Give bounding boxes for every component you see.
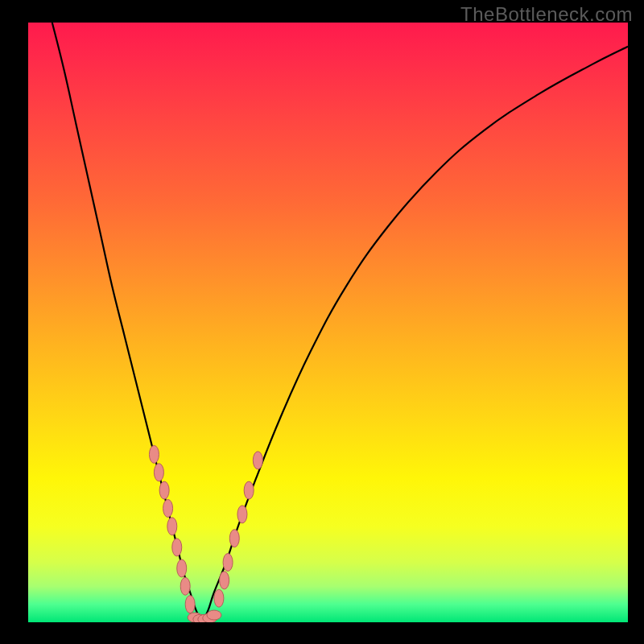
markers-group (149, 445, 262, 622)
marker-right (253, 452, 262, 469)
marker-left (154, 464, 163, 481)
right-curve (202, 47, 628, 622)
plot-area (28, 23, 628, 622)
marker-left (149, 445, 159, 463)
marker-right (229, 530, 239, 547)
marker-left (167, 518, 177, 535)
marker-left (180, 577, 190, 595)
left-curve (52, 23, 202, 622)
marker-left (163, 499, 173, 517)
marker-left (185, 596, 195, 613)
marker-valley (207, 610, 221, 620)
marker-left (159, 481, 169, 499)
marker-right (220, 572, 229, 589)
marker-right (223, 554, 233, 572)
marker-left (177, 559, 187, 577)
marker-right (214, 589, 224, 607)
curve-layer (28, 23, 628, 622)
chart-stage: TheBottleneck.com (0, 0, 644, 644)
marker-right (244, 481, 254, 499)
marker-right (237, 506, 247, 523)
marker-left (172, 539, 182, 556)
